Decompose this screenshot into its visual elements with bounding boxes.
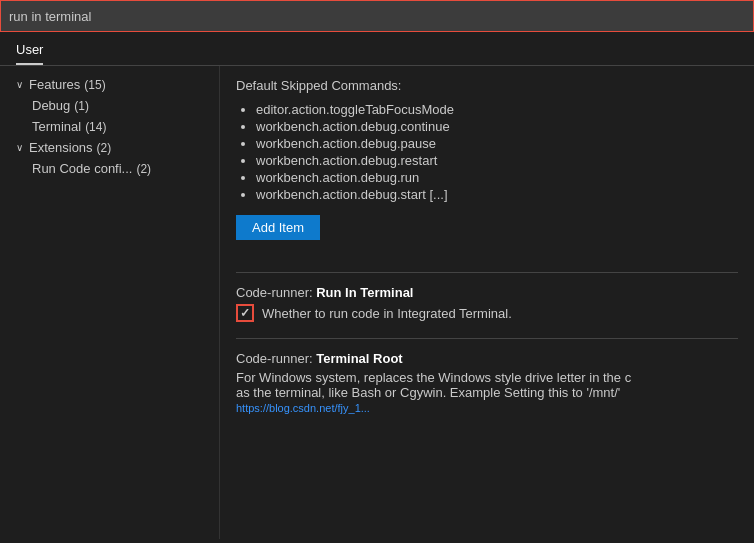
terminal-root-description: For Windows system, replaces the Windows… [236,370,738,385]
sidebar-badge: (15) [84,78,105,92]
divider [236,272,738,273]
sidebar-item-label: Terminal [32,119,81,134]
setting-description: Whether to run code in Integrated Termin… [262,306,512,321]
skipped-commands-list: editor.action.toggleTabFocusMode workben… [236,101,738,203]
sidebar: ∨ Features (15) Debug (1) Terminal (14) … [0,66,220,539]
list-item: editor.action.toggleTabFocusMode [256,101,738,118]
sidebar-item-label: Features [29,77,80,92]
chevron-down-icon: ∨ [16,79,23,90]
search-bar [0,0,754,32]
setting-title-run-in-terminal: Code-runner: Run In Terminal [236,285,738,300]
right-panel: Default Skipped Commands: editor.action.… [220,66,754,539]
sidebar-badge: (14) [85,120,106,134]
setting-title-prefix2: Code-runner: [236,351,316,366]
divider2 [236,338,738,339]
setting-run-in-terminal: Code-runner: Run In Terminal Whether to … [236,285,738,322]
tabs-bar: User [0,36,754,66]
sidebar-item-label: Extensions [29,140,93,155]
main-content: ∨ Features (15) Debug (1) Terminal (14) … [0,66,754,539]
skipped-commands-label: Default Skipped Commands: [236,78,738,93]
sidebar-badge: (2) [97,141,112,155]
list-item: workbench.action.debug.continue [256,118,738,135]
setting-title-bold: Run In Terminal [316,285,413,300]
search-input[interactable] [9,9,745,24]
sidebar-item-extensions[interactable]: ∨ Extensions (2) [0,137,219,158]
terminal-root-description2: as the terminal, like Bash or Cgywin. Ex… [236,385,738,400]
setting-title-terminal-root: Code-runner: Terminal Root [236,351,738,366]
setting-terminal-root: Code-runner: Terminal Root For Windows s… [236,351,738,414]
setting-title-bold2: Terminal Root [316,351,402,366]
sidebar-badge: (2) [136,162,151,176]
terminal-root-url[interactable]: https://blog.csdn.net/fjy_1... [236,402,738,414]
sidebar-item-label: Debug [32,98,70,113]
add-item-button[interactable]: Add Item [236,215,320,240]
sidebar-item-label: Run Code confi... [32,161,132,176]
sidebar-item-terminal[interactable]: Terminal (14) [0,116,219,137]
list-item: workbench.action.debug.pause [256,135,738,152]
list-item: workbench.action.debug.run [256,169,738,186]
sidebar-badge: (1) [74,99,89,113]
tab-user[interactable]: User [16,36,43,65]
sidebar-item-run-code-config[interactable]: Run Code confi... (2) [0,158,219,179]
setting-title-prefix: Code-runner: [236,285,316,300]
checkbox-row: Whether to run code in Integrated Termin… [236,304,738,322]
chevron-down-icon: ∨ [16,142,23,153]
list-item: workbench.action.debug.start [...] [256,186,738,203]
list-item: workbench.action.debug.restart [256,152,738,169]
run-in-terminal-checkbox[interactable] [236,304,254,322]
sidebar-item-debug[interactable]: Debug (1) [0,95,219,116]
sidebar-item-features[interactable]: ∨ Features (15) [0,74,219,95]
